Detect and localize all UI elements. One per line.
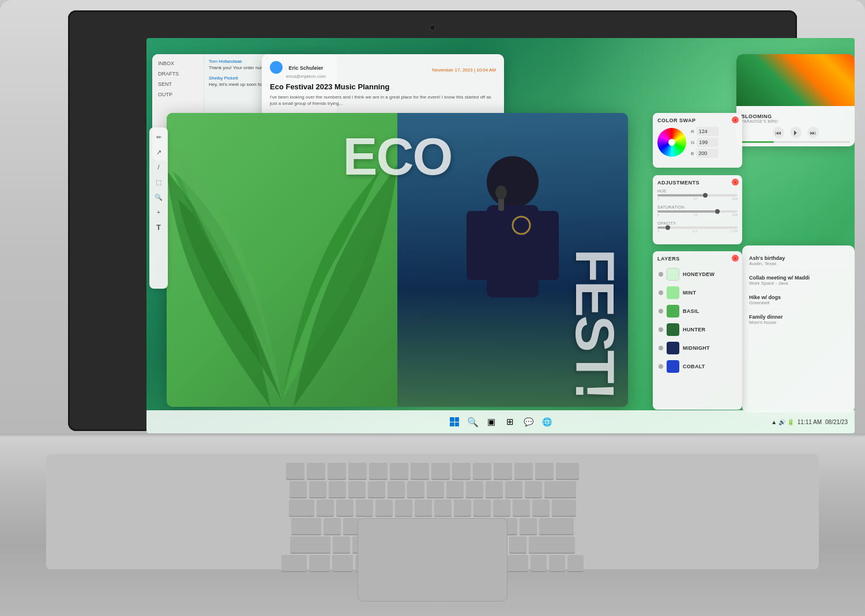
key-8[interactable]	[446, 481, 464, 497]
next-button[interactable]: ⏭	[807, 127, 819, 138]
search-button[interactable]: 🔍	[465, 414, 481, 430]
key-9[interactable]	[466, 481, 483, 497]
calendar-event-4[interactable]: Family dinner Mom's house	[749, 310, 848, 329]
key-ctrl[interactable]	[281, 555, 307, 571]
tool-shape[interactable]: ⬚	[152, 176, 165, 188]
key-fn[interactable]	[309, 555, 330, 571]
layer-midnight[interactable]: MIDNIGHT	[657, 339, 738, 357]
email-outbox[interactable]: OUTP	[156, 90, 200, 99]
key-p[interactable]	[493, 500, 510, 516]
saturation-slider-thumb[interactable]	[715, 209, 720, 214]
key-caps[interactable]	[291, 518, 321, 534]
key-u[interactable]	[434, 500, 452, 516]
key-up[interactable]	[549, 555, 565, 571]
key-f12[interactable]	[535, 463, 554, 479]
touchpad[interactable]	[358, 518, 507, 602]
adjustments-panel[interactable]: × ADJUSTMENTS HUE 0 57 100 SATURATION	[653, 175, 742, 244]
key-slash[interactable]	[509, 536, 526, 553]
key-f11[interactable]	[514, 463, 533, 479]
pinned-app-2[interactable]: 💬	[520, 414, 536, 430]
key-t[interactable]	[395, 500, 412, 516]
play-button[interactable]: ⏵	[790, 127, 802, 138]
calendar-event-2[interactable]: Collab meeting w/ Maddi Work Space - Jav…	[749, 271, 848, 290]
key-rbracket[interactable]	[532, 500, 550, 516]
pinned-app-3[interactable]: 🌐	[539, 414, 555, 430]
key-q[interactable]	[317, 500, 334, 516]
taskview-button[interactable]: ▣	[483, 414, 499, 430]
email-drafts[interactable]: DRAFTS	[156, 69, 200, 78]
color-swap-panel[interactable]: × COLOR SWAP R 124 G 199 B	[653, 113, 742, 168]
key-right[interactable]	[567, 555, 584, 571]
key-i[interactable]	[454, 500, 471, 516]
calendar-event-3[interactable]: Hike w/ dogs Greenbelt	[749, 290, 848, 310]
key-lbracket[interactable]	[513, 500, 530, 516]
r-value[interactable]: 124	[697, 127, 719, 136]
key-a[interactable]	[324, 518, 341, 534]
tool-zoom[interactable]: 🔍	[152, 191, 165, 203]
calendar-panel[interactable]: Ash's birthday Austin, Texas Collab meet…	[742, 245, 855, 413]
opacity-slider-thumb[interactable]	[665, 225, 670, 230]
key-f5[interactable]	[390, 463, 408, 479]
key-w[interactable]	[336, 500, 353, 516]
key-2[interactable]	[329, 481, 346, 497]
email-sent[interactable]: SENT	[156, 80, 200, 89]
calendar-event-1[interactable]: Ash's birthday Austin, Texas	[749, 251, 848, 271]
layers-close[interactable]: ×	[732, 255, 739, 262]
tool-pen[interactable]: ✏	[152, 131, 165, 143]
key-0[interactable]	[486, 481, 503, 497]
layer-cobalt[interactable]: COBALT	[657, 357, 738, 376]
key-backspace[interactable]	[544, 481, 576, 497]
key-enter[interactable]	[539, 518, 574, 534]
key-f1[interactable]	[307, 463, 325, 479]
start-button[interactable]	[446, 414, 462, 430]
key-f7[interactable]	[431, 463, 450, 479]
key-z[interactable]	[333, 536, 350, 553]
key-ralt[interactable]	[507, 555, 528, 571]
key-y[interactable]	[415, 500, 432, 516]
key-tab[interactable]	[289, 500, 314, 516]
color-wheel[interactable]	[657, 128, 686, 157]
key-esc[interactable]	[286, 463, 304, 479]
key-lshift[interactable]	[290, 536, 330, 553]
b-value[interactable]: 200	[696, 149, 718, 158]
key-equal[interactable]	[525, 481, 542, 497]
saturation-slider-track[interactable]	[657, 210, 738, 213]
key-backtick[interactable]	[289, 481, 307, 497]
key-o[interactable]	[473, 500, 491, 516]
music-player-panel[interactable]: BLOOMING PARADISE'S BIRD ⏮ ⏵ ⏭	[736, 54, 855, 146]
key-rshift[interactable]	[529, 536, 575, 553]
color-swap-close[interactable]: ×	[732, 116, 739, 123]
music-progress-bar[interactable]	[741, 141, 850, 143]
g-value[interactable]: 199	[697, 138, 719, 147]
opacity-slider-track[interactable]	[657, 226, 738, 229]
key-4[interactable]	[368, 481, 385, 497]
layer-hunter[interactable]: HUNTER	[657, 320, 738, 339]
key-r[interactable]	[375, 500, 393, 516]
key-quote[interactable]	[520, 518, 537, 534]
key-f3[interactable]	[348, 463, 367, 479]
key-5[interactable]	[388, 481, 405, 497]
tool-arrow[interactable]: ↗	[152, 146, 165, 158]
key-minus[interactable]	[505, 481, 522, 497]
key-e[interactable]	[356, 500, 373, 516]
key-left[interactable]	[531, 555, 547, 571]
key-1[interactable]	[309, 481, 326, 497]
prev-button[interactable]: ⏮	[773, 127, 784, 138]
pinned-app-1[interactable]: ⊞	[502, 414, 518, 430]
key-6[interactable]	[407, 481, 424, 497]
key-3[interactable]	[348, 481, 366, 497]
tool-add[interactable]: +	[152, 206, 165, 218]
hue-slider-track[interactable]	[657, 194, 738, 196]
key-f6[interactable]	[411, 463, 429, 479]
layer-honeydew[interactable]: HONEYDEW	[657, 265, 738, 284]
tool-line[interactable]: /	[152, 161, 165, 173]
key-f9[interactable]	[473, 463, 491, 479]
key-backslash[interactable]	[552, 500, 576, 516]
key-del[interactable]	[556, 463, 579, 479]
layers-panel[interactable]: × LAYERS HONEYDEW MINT BASIL	[653, 251, 742, 410]
key-f10[interactable]	[494, 463, 512, 479]
key-f2[interactable]	[328, 463, 346, 479]
key-f8[interactable]	[452, 463, 471, 479]
key-f4[interactable]	[369, 463, 388, 479]
hue-slider-thumb[interactable]	[703, 193, 708, 198]
